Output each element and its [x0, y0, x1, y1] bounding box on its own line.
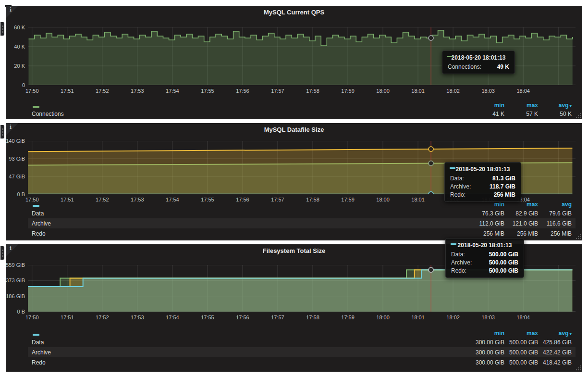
x-axis-tick-label: 17:54 [166, 314, 179, 320]
legend-column-header[interactable]: max [504, 330, 538, 337]
tooltip-series-value: 81.3 GiB [485, 175, 515, 182]
x-axis-tick-label: 17:58 [306, 88, 319, 94]
y-axis-tick-label: 140 GiB [6, 138, 25, 144]
legend-row: Archive112.0 GiB121.0 GiB116.6 GiB [28, 218, 576, 228]
legend-column-header[interactable]: min [471, 330, 504, 337]
hover-tooltip-filesystem: 2018-05-20 18:01:13 Data: 500.00 GiB Arc… [445, 238, 524, 278]
legend: minmaxavgData76.3 GiB82.9 GiB79.6 GiBArc… [28, 200, 576, 239]
legend-stat-value: 112.0 GiB [471, 220, 504, 227]
x-axis-tick-label: 17:56 [236, 314, 249, 320]
panel-resize-handle[interactable] [576, 234, 581, 239]
tooltip-series-label: Redo: [450, 191, 466, 198]
legend-row: Redo256 MiB256 MiB256 MiB [28, 228, 576, 239]
panel-resize-handle[interactable] [576, 365, 581, 371]
tooltip-series-label: Archive: [451, 259, 472, 266]
panel-drag-handle[interactable] [0, 246, 4, 260]
x-axis-tick-label: 17:51 [61, 314, 74, 320]
x-axis-tick-label: 17:56 [236, 88, 249, 94]
tooltip-series-row: Archive: 500.00 GiB [451, 259, 518, 266]
legend-series-name: Archive [32, 220, 51, 227]
x-axis-tick-label: 18:02 [446, 314, 460, 320]
legend: minmaxavg▾Data300.00 GiB500.00 GiB425.86… [28, 329, 576, 367]
legend-series-label[interactable]: Redo [32, 359, 46, 366]
series-color-dash-icon [33, 334, 39, 336]
tooltip-timestamp: 2018-05-20 18:01:13 [451, 242, 518, 249]
legend-stat-value: 57 K [504, 111, 538, 117]
legend-series-label[interactable]: Redo [32, 230, 46, 237]
legend-column-header[interactable]: min [471, 102, 504, 109]
x-axis-tick-label: 18:02 [446, 88, 460, 94]
legend-column-header[interactable]: avg▾ [538, 102, 572, 109]
x-axis-tick-label: 17:57 [271, 88, 284, 94]
x-axis-tick-label: 18:03 [481, 314, 495, 320]
y-axis-tick-label: 559 GiB [6, 262, 25, 268]
legend: minmaxavg▾Connections41 K57 K50 K [28, 101, 576, 118]
x-axis-tick-label: 17:55 [201, 88, 214, 94]
tooltip-series-value: 500.00 GiB [481, 267, 518, 274]
x-axis-tick-label: 17:55 [201, 314, 214, 320]
legend-series-name: Data [32, 210, 44, 217]
grafana-dashboard-page: i MySQL Current QPS 60 K40 K20 K0 17:501… [0, 0, 588, 377]
x-axis-tick-label: 17:52 [96, 88, 109, 94]
dashboard-area: i MySQL Current QPS 60 K40 K20 K0 17:501… [5, 5, 12, 7]
y-axis-tick-label: 0 [6, 82, 25, 88]
legend-series-name: Archive [32, 349, 51, 356]
tooltip-series-label: Redo: [451, 267, 466, 274]
series-color-dash-icon [450, 167, 455, 169]
series-color-dash-icon [447, 56, 453, 57]
legend-stat-value: 422.42 GiB [538, 349, 572, 356]
panel-resize-handle[interactable] [576, 113, 581, 118]
x-axis-tick-label: 18:00 [376, 314, 390, 320]
legend-series-label[interactable]: Data [32, 339, 44, 346]
legend-stat-value: 300.00 GiB [471, 339, 504, 346]
legend-stat-value: 500.00 GiB [504, 359, 538, 366]
panel-drag-handle[interactable] [0, 22, 4, 36]
legend-header-row: minmaxavg▾ [28, 101, 576, 109]
x-axis-tick-label: 18:03 [481, 88, 495, 94]
legend-stat-value: 256 MiB [471, 230, 504, 237]
x-axis-tick-label: 17:54 [166, 88, 179, 94]
legend-series-name: Redo [32, 359, 46, 366]
legend-column-header[interactable]: avg▾ [538, 330, 572, 337]
x-axis-labels: 17:5017:5117:5217:5317:5417:5517:5617:57… [28, 314, 576, 321]
legend-stat-value: 425.86 GiB [538, 339, 572, 346]
legend-stat-value: 116.6 GiB [538, 220, 572, 227]
tooltip-series-value: 500.00 GiB [481, 251, 518, 258]
legend-stat-value: 500.00 GiB [504, 339, 538, 346]
x-axis-tick-label: 17:57 [271, 314, 284, 320]
legend-series-label[interactable]: Data [32, 210, 44, 217]
legend-series-label[interactable]: Archive [32, 349, 51, 356]
legend-series-label[interactable]: Archive [32, 220, 51, 227]
y-axis-tick-label: 0 B [6, 308, 25, 315]
tooltip-series-row: Redo: 500.00 GiB [451, 267, 518, 274]
panel-title[interactable]: MySQL Current QPS [6, 9, 582, 16]
legend-series-label[interactable]: Connections [32, 111, 64, 117]
panel-drag-handle[interactable] [0, 125, 4, 138]
x-axis-tick-label: 18:00 [376, 88, 390, 94]
y-axis-tick-label: 60 K [6, 24, 25, 31]
tooltip-series-value: 256 MiB [486, 191, 515, 198]
y-axis-tick-label: 0 B [6, 191, 25, 198]
legend-row: Connections41 K57 K50 K [28, 109, 576, 118]
tooltip-timestamp: 2018-05-20 18:01:13 [450, 166, 515, 173]
series-color-dash-icon [33, 106, 39, 108]
x-axis-tick-label: 17:53 [131, 314, 144, 320]
x-axis-tick-label: 17:51 [61, 88, 74, 94]
x-axis-tick-label: 18:04 [516, 88, 530, 94]
legend-stat-value: 41 K [471, 111, 504, 117]
legend-column-header[interactable]: avg [538, 201, 572, 208]
tooltip-series-row: Connections: 49 K [448, 63, 509, 70]
legend-stat-value: 50 K [538, 111, 572, 117]
legend-column-header[interactable]: max [504, 102, 538, 109]
series-color-dash-icon [451, 243, 456, 245]
panel-title[interactable]: MySQL Datafile Size [6, 126, 582, 133]
x-axis-tick-label: 17:50 [25, 88, 39, 94]
legend-stat-value: 256 MiB [538, 230, 572, 237]
info-icon: i [10, 7, 12, 13]
sort-caret-icon: ▾ [569, 103, 572, 108]
x-axis-tick-label: 17:52 [96, 314, 109, 320]
legend-stat-value: 121.0 GiB [504, 220, 538, 227]
tooltip-series-label: Connections: [448, 63, 481, 70]
x-axis-tick-label: 18:01 [411, 88, 425, 94]
legend-series-name: Redo [32, 230, 46, 237]
